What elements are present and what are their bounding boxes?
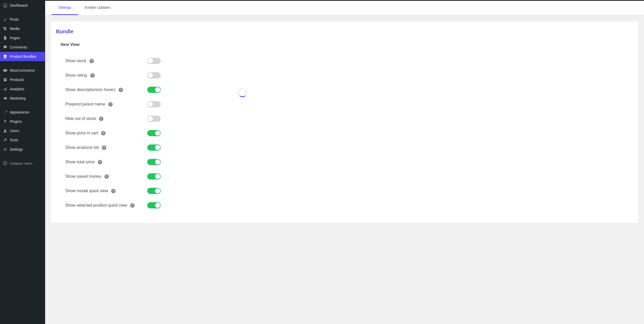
marketing-icon	[3, 96, 8, 101]
setting-row: Show stock?	[65, 54, 633, 68]
collapse-icon	[3, 161, 8, 166]
sidebar-item-appearance[interactable]: Appearance	[0, 108, 45, 117]
setting-label: Show stock	[65, 59, 86, 63]
setting-label: Hide out of stock	[65, 116, 96, 121]
setting-row: Show selected product quick view?	[65, 198, 633, 213]
settings-card: Bundle Item View Show stock?Show rating?…	[51, 21, 638, 223]
sidebar-item-plugins[interactable]: Plugins	[0, 117, 45, 126]
brush-icon	[3, 110, 8, 115]
help-icon[interactable]: ?	[89, 59, 94, 63]
woo-icon	[3, 68, 8, 73]
sidebar-item-label: Appearance	[10, 110, 43, 114]
sidebar-item-label: Posts	[10, 17, 43, 21]
main-content: SettingsEnable Updates Bundle Item View …	[45, 1, 644, 324]
setting-label: Show selected product quick view	[65, 203, 127, 208]
sidebar-item-users[interactable]: Users	[0, 126, 45, 135]
sidebar-item-tools[interactable]: Tools	[0, 135, 45, 145]
setting-row: Show description(on hover)?	[65, 83, 633, 97]
setting-label: Show products list	[65, 145, 99, 150]
toggle-show-products-list[interactable]	[147, 144, 161, 151]
toggle-knob	[148, 58, 153, 63]
toggle-knob	[155, 188, 160, 193]
toggle-prepend-parent-name[interactable]	[147, 101, 161, 107]
sidebar-item-label: Media	[10, 27, 43, 31]
help-icon[interactable]: ?	[99, 117, 103, 121]
collapse-menu-button[interactable]: Collapse menu	[0, 159, 45, 168]
sidebar-item-label: Analytics	[10, 87, 43, 91]
toggle-knob	[155, 131, 160, 136]
help-icon[interactable]: ?	[111, 189, 116, 193]
setting-row: Show modal quick view?	[65, 184, 633, 198]
toggle-knob	[155, 145, 160, 150]
setting-row: Show rating?	[65, 68, 633, 83]
sidebar-item-analytics[interactable]: Analytics	[0, 84, 45, 94]
collapse-label: Collapse menu	[10, 161, 43, 165]
sidebar-item-label: Marketing	[10, 96, 43, 100]
sidebar-item-label: Users	[10, 129, 43, 133]
sidebar-item-label: Plugins	[10, 119, 43, 124]
wrench-icon	[3, 137, 8, 143]
pin-icon	[3, 17, 8, 22]
help-icon[interactable]: ?	[102, 145, 106, 150]
help-icon[interactable]: ?	[108, 102, 113, 107]
toggle-show-saved-money[interactable]	[147, 173, 161, 180]
archive-icon	[3, 77, 8, 82]
setting-row: Hide out of stock?	[65, 111, 633, 126]
help-icon[interactable]: ?	[90, 73, 95, 78]
sidebar-item-label: Tools	[10, 138, 43, 142]
help-icon[interactable]: ?	[130, 203, 135, 208]
section-title: Bundle	[56, 29, 633, 35]
setting-row: Show total price?	[65, 155, 633, 169]
user-icon	[3, 128, 8, 133]
toggle-show-stock[interactable]	[147, 58, 161, 64]
toggle-knob	[155, 87, 160, 92]
setting-label: Prepend parent name	[65, 102, 105, 107]
toggle-knob	[148, 116, 153, 121]
dashboard-icon	[3, 3, 8, 8]
help-icon[interactable]: ?	[98, 160, 102, 164]
sidebar-item-product-bundles[interactable]: Product Bundles	[0, 52, 45, 61]
toggle-hide-out-of-stock[interactable]	[147, 116, 161, 122]
plug-icon	[3, 119, 8, 124]
sidebar-item-woocommerce[interactable]: WooCommerce	[0, 66, 45, 75]
sidebar-item-comments[interactable]: Comments	[0, 43, 45, 52]
page-icon	[3, 35, 8, 40]
comment-icon	[3, 45, 8, 50]
toggle-show-price-in-cart[interactable]	[147, 130, 161, 136]
help-icon[interactable]: ?	[101, 131, 105, 135]
tab-bar: SettingsEnable Updates	[45, 1, 644, 15]
media-icon	[3, 26, 8, 31]
sidebar-item-label: Comments	[10, 45, 43, 49]
analytics-icon	[3, 86, 8, 92]
admin-sidebar: DashboardPostsMediaPagesCommentsProduct …	[0, 1, 45, 324]
sidebar-item-label: Pages	[10, 36, 43, 40]
sidebar-item-settings[interactable]: Settings	[0, 145, 45, 154]
toggle-show-description-on-hover-[interactable]	[147, 87, 161, 93]
sidebar-item-pages[interactable]: Pages	[0, 33, 45, 43]
tab-settings[interactable]: Settings	[52, 1, 78, 15]
sidebar-item-label: Dashboard	[10, 3, 43, 7]
help-icon[interactable]: ?	[104, 174, 109, 179]
sidebar-item-media[interactable]: Media	[0, 24, 45, 33]
tab-enable-updates[interactable]: Enable Updates	[78, 1, 117, 15]
toggle-show-rating[interactable]	[147, 72, 161, 78]
group-title: Item View	[56, 42, 633, 47]
sidebar-item-label: Product Bundles	[10, 54, 43, 59]
toggle-knob	[155, 174, 160, 179]
setting-row: Show saved money?	[65, 169, 633, 184]
toggle-knob	[155, 159, 160, 165]
setting-label: Show modal quick view	[65, 189, 108, 193]
svg-point-1	[3, 161, 7, 165]
sidebar-item-marketing[interactable]: Marketing	[0, 94, 45, 103]
setting-label: Show total price	[65, 160, 95, 164]
sidebar-item-dashboard[interactable]: Dashboard	[0, 1, 45, 10]
help-icon[interactable]: ?	[119, 88, 123, 92]
toggle-show-selected-product-quick-view[interactable]	[147, 202, 161, 208]
toggle-show-modal-quick-view[interactable]	[147, 188, 161, 194]
setting-label: Show rating	[65, 73, 87, 78]
sidebar-item-products[interactable]: Products	[0, 75, 45, 84]
toggle-show-total-price[interactable]	[147, 159, 161, 165]
toggle-knob	[148, 102, 153, 107]
sidebar-item-posts[interactable]: Posts	[0, 15, 45, 24]
setting-label: Show price in cart	[65, 131, 98, 135]
